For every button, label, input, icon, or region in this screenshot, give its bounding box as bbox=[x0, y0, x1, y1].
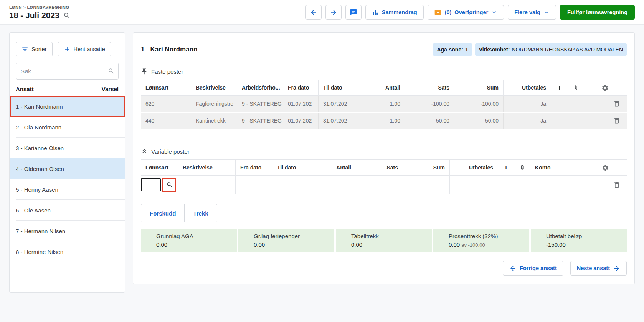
topbar: LØNN > LØNNSAVREGNING 18 - Juli 2023 Sam… bbox=[0, 0, 644, 25]
virksomhet-badge: Virksomhet:NORDMANN REGNSKAP AS AVD MODA… bbox=[475, 43, 627, 56]
plus-icon bbox=[64, 46, 71, 53]
delete-row-button[interactable] bbox=[613, 181, 621, 189]
search-icon bbox=[108, 68, 115, 75]
sammendrag-button[interactable]: Sammendrag bbox=[365, 5, 424, 20]
hent-ansatte-button[interactable]: Hent ansatte bbox=[58, 42, 111, 56]
variable-table-settings-button[interactable] bbox=[602, 164, 609, 171]
column-header-varsel: Varsel bbox=[102, 86, 119, 92]
variable-poster-table: Lønnsart Beskrivelse Fra dato Til dato A… bbox=[141, 159, 627, 194]
gear-icon bbox=[601, 84, 609, 91]
summary-grunnlag-aga: Grunnlag AGA 0,00 bbox=[141, 229, 237, 252]
trash-icon bbox=[613, 181, 621, 189]
employee-list-item[interactable]: 6 - Ole Aasen bbox=[10, 200, 125, 221]
summary-grlag-feriepenger: Gr.lag feriepenger 0,00 bbox=[238, 229, 334, 252]
bar-chart-icon bbox=[372, 9, 379, 16]
gear-icon bbox=[602, 164, 609, 171]
forrige-ansatt-button[interactable]: Forrige ansatt bbox=[503, 261, 563, 276]
employee-sidebar: Sorter Hent ansatte Ansatt Varsel 1 - Ka… bbox=[9, 32, 125, 293]
fullfor-lonnsavregning-button[interactable]: Fullfør lønnsavregning bbox=[560, 5, 635, 20]
delete-row-button[interactable] bbox=[613, 117, 621, 124]
period-search-icon[interactable] bbox=[63, 12, 71, 19]
faste-poster-row[interactable]: 620 Fagforeningstre 9 - SKATTEREG 01.07.… bbox=[141, 96, 627, 113]
employee-list-item[interactable]: 5 - Henny Aasen bbox=[10, 179, 125, 200]
faste-poster-section-title: Faste poster bbox=[141, 68, 627, 75]
employee-search-input[interactable] bbox=[16, 63, 119, 80]
overforinger-button[interactable]: (0) Overføringer bbox=[428, 5, 504, 20]
search-icon bbox=[166, 181, 173, 188]
comments-button[interactable] bbox=[345, 5, 362, 20]
faste-poster-header-row: Lønnsart Beskrivelse Arbeidsforho... Fra… bbox=[141, 80, 627, 96]
folder-move-icon bbox=[434, 8, 442, 16]
arrow-left-icon bbox=[509, 265, 517, 272]
flere-valg-button[interactable]: Flere valg bbox=[508, 5, 556, 20]
variable-poster-entry-row bbox=[141, 176, 627, 194]
trash-icon bbox=[613, 117, 621, 124]
employee-list-item[interactable]: 3 - Karianne Olsen bbox=[10, 138, 125, 158]
variable-poster-header-row: Lønnsart Beskrivelse Fra dato Til dato A… bbox=[141, 159, 627, 176]
neste-ansatt-button[interactable]: Neste ansatt bbox=[570, 261, 627, 276]
chat-bubble-icon bbox=[350, 8, 357, 16]
page-title: 18 - Juli 2023 bbox=[9, 11, 59, 20]
trekk-button[interactable]: Trekk bbox=[184, 204, 216, 222]
lonnsart-input[interactable] bbox=[141, 178, 161, 191]
arrow-right-icon bbox=[613, 265, 620, 272]
employee-title: 1 - Kari Nordmann bbox=[141, 46, 197, 53]
variable-poster-section-title: Variable poster bbox=[141, 148, 627, 155]
summary-row: Grunnlag AGA 0,00 Gr.lag feriepenger 0,0… bbox=[141, 229, 627, 252]
forskudd-button[interactable]: Forskudd bbox=[141, 204, 184, 222]
attachment-icon bbox=[568, 80, 583, 95]
faste-poster-table: Lønnsart Beskrivelse Arbeidsforho... Fra… bbox=[141, 80, 627, 129]
attachment-icon bbox=[514, 160, 530, 175]
arrow-right-icon bbox=[330, 8, 337, 16]
employee-list-item[interactable]: 7 - Hermann Nilsen bbox=[10, 221, 125, 241]
employee-list-item[interactable]: 4 - Oldeman Olsen bbox=[10, 158, 125, 179]
breadcrumb[interactable]: LØNN > LØNNSAVREGNING bbox=[9, 5, 71, 10]
forskudd-trekk-tabs: Forskudd Trekk bbox=[141, 204, 217, 222]
summary-prosenttrekk: Prosenttrekk (32%) 0,00av -100,00 bbox=[433, 229, 529, 252]
filter-icon bbox=[21, 46, 28, 53]
faste-table-settings-button[interactable] bbox=[601, 84, 609, 91]
previous-period-button[interactable] bbox=[305, 5, 322, 20]
aga-sone-badge: Aga-sone:1 bbox=[433, 43, 472, 56]
next-period-button[interactable] bbox=[325, 5, 342, 20]
chevron-down-icon bbox=[543, 9, 550, 15]
faste-poster-row[interactable]: 440 Kantinetrekk 9 - SKATTEREG 01.07.202… bbox=[141, 113, 627, 129]
payslip-panel: 1 - Kari Nordmann Aga-sone:1 Virksomhet:… bbox=[133, 32, 635, 284]
chevron-down-icon bbox=[491, 9, 497, 15]
summary-tabelltrekk: Tabelltrekk 0,00 bbox=[336, 229, 432, 252]
lonnsart-search-button[interactable] bbox=[162, 178, 176, 192]
summary-utbetalt-belop: Utbetalt beløp -150,00 bbox=[531, 229, 627, 252]
column-header-ansatt: Ansatt bbox=[16, 86, 34, 92]
delete-row-button[interactable] bbox=[613, 100, 621, 108]
employee-list-item[interactable]: 8 - Hermine Nilsen bbox=[10, 241, 125, 262]
pin-icon bbox=[141, 68, 148, 75]
sorter-button[interactable]: Sorter bbox=[16, 42, 53, 56]
arrow-left-icon bbox=[310, 8, 317, 16]
double-chevron-up-icon bbox=[141, 148, 148, 155]
trash-icon bbox=[613, 100, 621, 108]
employee-list-item[interactable]: 1 - Kari Nordmann bbox=[10, 96, 125, 117]
employee-list-item[interactable]: 2 - Ola Nordmann bbox=[10, 117, 125, 138]
employee-list: 1 - Kari Nordmann 2 - Ola Nordmann 3 - K… bbox=[10, 96, 125, 262]
